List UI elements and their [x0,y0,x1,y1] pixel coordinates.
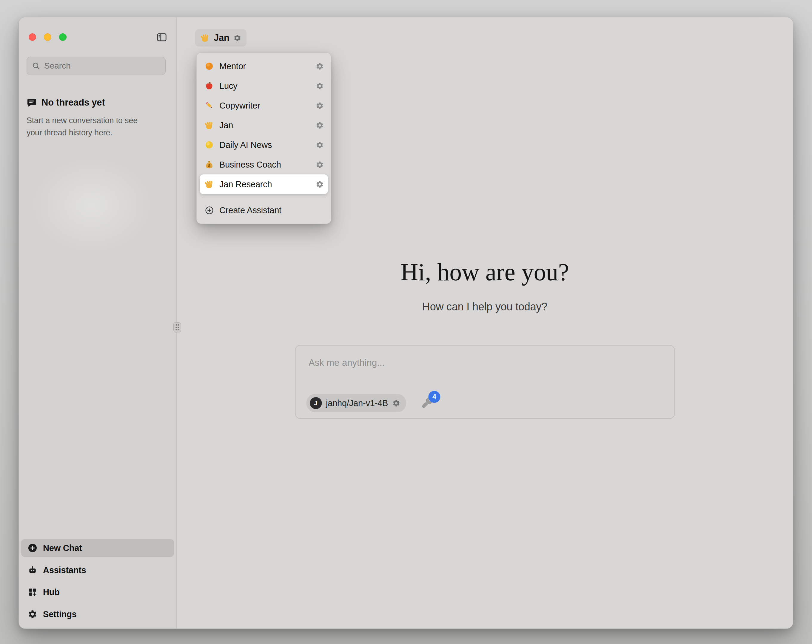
create-assistant-label: Create Assistant [219,206,281,215]
threads-empty-state: No threads yet Start a new conversation … [27,97,162,139]
menu-item-label: Daily AI News [219,140,311,150]
menu-item-daily-ai-news[interactable]: Daily AI News [200,135,328,155]
gear-icon [28,609,37,619]
menu-item-label: Lucy [219,81,311,91]
model-name: janhq/Jan-v1-4B [326,398,388,408]
gear-icon[interactable] [316,161,324,169]
assistants-icon [28,565,37,575]
welcome-block: Hi, how are you? How can I help you toda… [177,258,793,313]
nav-label: Assistants [43,565,86,575]
money-bag-icon [204,160,215,169]
menu-item-label: Mentor [219,61,311,71]
apple-icon [204,81,215,91]
plus-circle-icon [28,543,37,553]
message-input[interactable] [308,356,661,369]
gear-icon[interactable] [316,121,324,129]
plus-circle-outline-icon [204,206,215,215]
sidebar-toggle-icon[interactable] [156,32,168,43]
window-controls [29,33,67,41]
menu-item-label: Jan Research [219,180,311,189]
menu-item-jan-research[interactable]: Jan Research [200,174,328,194]
wave-hand-icon [200,33,210,43]
sidebar-nav: New Chat Assistants Hub Settings [21,539,174,623]
minimize-button[interactable] [44,33,51,41]
model-selector[interactable]: J janhq/Jan-v1-4B [306,394,406,413]
empty-state-description: Start a new conversation to see your thr… [27,114,150,139]
zoom-button[interactable] [59,33,67,41]
wave-hand-icon [204,120,215,130]
nav-label: Settings [43,609,77,619]
main-area: Jan Mentor Lucy Copywriter [176,17,793,629]
close-button[interactable] [29,33,36,41]
sidebar-item-hub[interactable]: Hub [21,583,174,601]
model-avatar: J [310,397,322,409]
orange-circle-icon [204,61,215,71]
gear-icon[interactable] [316,102,324,110]
gear-icon[interactable] [234,34,241,42]
gear-icon[interactable] [316,62,324,70]
assistant-menu: Mentor Lucy Copywriter Jan Daily AI [196,52,331,224]
sidebar-item-assistants[interactable]: Assistants [21,561,174,579]
gear-icon[interactable] [316,141,324,149]
menu-item-label: Jan [219,120,311,130]
menu-item-label: Copywriter [219,101,311,111]
pencil-icon [204,101,215,110]
create-assistant-button[interactable]: Create Assistant [200,200,328,220]
sidebar-highlight-blob [28,154,156,256]
search-field[interactable] [27,57,166,75]
menu-item-business-coach[interactable]: Business Coach [200,155,328,174]
yellow-circle-icon [204,140,215,150]
composer-toolbar: J janhq/Jan-v1-4B 4 [306,394,434,413]
nav-label: New Chat [43,543,82,553]
hub-icon [28,587,37,597]
assistant-selector-button[interactable]: Jan [195,29,246,47]
chat-composer[interactable]: J janhq/Jan-v1-4B 4 [295,345,675,419]
greeting-title: Hi, how are you? [177,258,793,286]
menu-item-copywriter[interactable]: Copywriter [200,96,328,116]
menu-item-jan[interactable]: Jan [200,116,328,135]
drag-dots-icon [175,324,179,331]
menu-item-lucy[interactable]: Lucy [200,76,328,96]
greeting-subtitle: How can I help you today? [177,300,793,313]
menu-item-label: Business Coach [219,160,311,170]
sidebar-item-new-chat[interactable]: New Chat [21,539,174,557]
search-input[interactable] [44,61,160,71]
sidebar: No threads yet Start a new conversation … [19,17,176,629]
gear-icon[interactable] [316,82,324,90]
current-assistant-name: Jan [214,32,229,43]
menu-item-mentor[interactable]: Mentor [200,56,328,76]
wave-hand-icon [204,180,215,189]
sidebar-item-settings[interactable]: Settings [21,605,174,623]
search-icon [32,61,41,70]
nav-label: Hub [43,587,60,597]
gear-icon[interactable] [392,399,400,407]
app-window: No threads yet Start a new conversation … [18,17,793,629]
gear-icon[interactable] [316,180,324,189]
empty-state-title: No threads yet [41,97,105,108]
chat-bubble-icon [27,97,37,108]
tools-count-badge: 4 [428,391,440,403]
sidebar-resize-handle[interactable] [173,322,181,332]
tools-button[interactable]: 4 [420,396,434,410]
